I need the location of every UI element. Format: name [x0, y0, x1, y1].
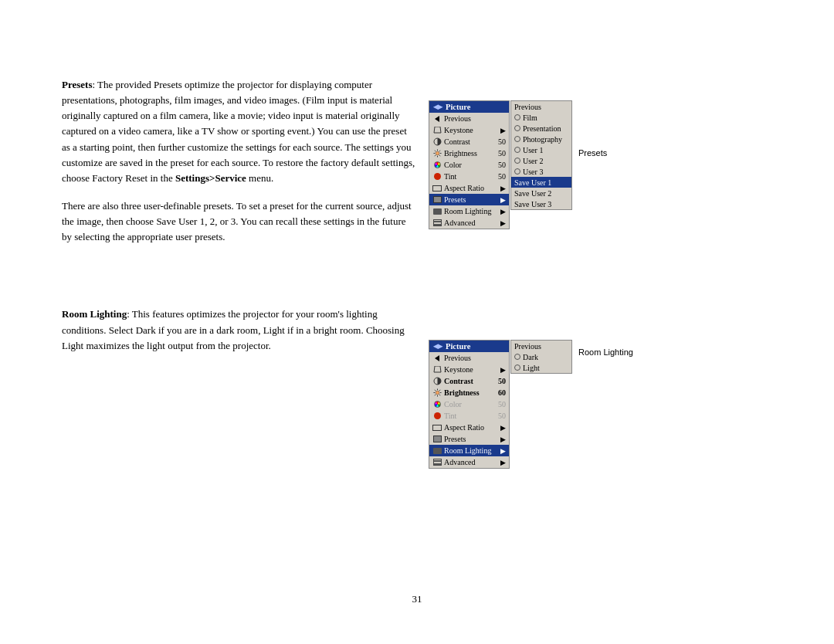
submenu2-dark: Dark	[511, 351, 571, 362]
picture-menu-1: ◀▶ Picture Previous Keystone ▶	[429, 100, 510, 229]
room-lighting-screenshot: ◀▶ Picture Previous Keystone ▶	[429, 340, 633, 469]
room-lighting-label: Room Lighting	[578, 346, 633, 357]
menu-title-bar-1: ◀▶ Picture	[429, 101, 509, 113]
submenu2-previous: Previous	[511, 341, 571, 351]
svg-line-20	[439, 390, 440, 391]
svg-point-13	[436, 391, 439, 395]
menu2-row-keystone: Keystone ▶	[429, 364, 509, 375]
submenu-user3: User 3	[511, 166, 571, 177]
svg-marker-11	[434, 366, 441, 372]
brightness-icon	[432, 149, 442, 158]
roomlighting-icon	[432, 207, 442, 216]
menu2-row-presets: Presets ▶	[429, 433, 509, 445]
brightness-icon-2	[432, 388, 442, 398]
contrast-icon	[432, 137, 442, 147]
svg-line-19	[439, 395, 440, 395]
arrow-left-icon-2	[432, 354, 442, 363]
menu1-row-contrast: Contrast 50	[429, 136, 509, 147]
menu1-title: Picture	[446, 103, 470, 111]
presets-paragraph: Presets: The provided Presets optimize t…	[62, 77, 417, 186]
menu1-row-tint: Tint 50	[429, 171, 509, 182]
submenu-save-user1: Save User 1	[511, 177, 571, 188]
menu2-row-room-lighting: Room Lighting ▶	[429, 445, 509, 456]
svg-point-2	[436, 151, 439, 155]
radio-presentation	[514, 125, 520, 131]
title-dots-2: ◀▶	[433, 343, 442, 350]
menu2-row-brightness: Brightness 60	[429, 387, 509, 398]
submenu-user2: User 2	[511, 155, 571, 166]
picture-menu-2: ◀▶ Picture Previous Keystone ▶	[429, 340, 510, 469]
color-icon	[432, 161, 442, 170]
radio-light	[514, 364, 520, 371]
svg-line-8	[439, 155, 440, 156]
aspect-ratio-icon	[432, 184, 442, 193]
roomlighting-icon-2	[432, 446, 442, 456]
svg-line-10	[434, 155, 435, 156]
radio-user1	[514, 147, 520, 153]
menu2-row-previous: Previous	[429, 352, 509, 364]
submenu-previous: Previous	[511, 101, 571, 112]
menu2-row-color: Color 50	[429, 398, 509, 410]
settings-service-link: Settings>Service	[175, 172, 246, 184]
advanced-icon	[432, 219, 442, 228]
presets-title: Presets	[62, 79, 92, 90]
menu1-row-advanced: Advanced ▶	[429, 217, 509, 229]
radio-photography	[514, 136, 520, 142]
menu-title-bar-2: ◀▶ Picture	[429, 341, 509, 352]
menu2-row-contrast: Contrast 50	[429, 375, 509, 387]
submenu2-light: Light	[511, 362, 571, 373]
submenu-presentation: Presentation	[511, 123, 571, 134]
radio-user2	[514, 158, 520, 164]
room-lighting-paragraph: Room Lighting: This features optimizes t…	[62, 307, 417, 353]
submenu-film: Film	[511, 112, 571, 123]
room-lighting-submenu: Previous Dark Light	[510, 340, 572, 374]
presets-icon-2	[432, 435, 442, 444]
submenu-photography: Photography	[511, 134, 571, 144]
svg-line-21	[434, 395, 435, 395]
menu1-row-presets: Presets ▶	[429, 194, 509, 205]
menu2-title: Picture	[446, 342, 470, 351]
submenu-save-user3: Save User 3	[511, 198, 571, 209]
svg-line-7	[434, 151, 435, 151]
arrow-left-icon	[432, 114, 442, 124]
menu2-row-tint: Tint 50	[429, 410, 509, 422]
presets-screenshot: ◀▶ Picture Previous Keystone ▶	[429, 100, 607, 229]
menu1-row-color: Color 50	[429, 159, 509, 171]
svg-marker-0	[434, 127, 441, 133]
presets-label: Presets	[578, 147, 607, 158]
user-defined-paragraph: There are also three user-definable pres…	[62, 198, 417, 245]
room-lighting-title: Room Lighting	[62, 308, 127, 320]
presets-submenu: Previous Film Presentation Photography U…	[510, 100, 572, 210]
color-icon-2	[432, 400, 442, 409]
keystone-icon	[432, 126, 442, 135]
menu2-row-aspect-ratio: Aspect Ratio ▶	[429, 422, 509, 433]
tint-icon	[432, 172, 442, 181]
aspect-ratio-icon-2	[432, 423, 442, 432]
radio-user3	[514, 168, 520, 175]
menu1-row-aspect-ratio: Aspect Ratio ▶	[429, 182, 509, 194]
menu1-row-previous: Previous	[429, 113, 509, 124]
menu1-row-brightness: Brightness 50	[429, 147, 509, 159]
page-number: 31	[412, 593, 422, 605]
radio-dark	[514, 354, 520, 360]
tint-icon-2	[432, 412, 442, 421]
submenu-user1: User 1	[511, 144, 571, 155]
menu1-row-room-lighting: Room Lighting ▶	[429, 205, 509, 217]
submenu-save-user2: Save User 2	[511, 188, 571, 198]
menu2-row-advanced: Advanced ▶	[429, 456, 509, 468]
radio-film	[514, 114, 520, 120]
title-dots: ◀▶	[433, 103, 442, 110]
menu1-row-keystone: Keystone ▶	[429, 124, 509, 136]
advanced-icon-2	[432, 458, 442, 467]
keystone-icon-2	[432, 365, 442, 375]
contrast-icon-2	[432, 377, 442, 386]
page-content: Presets: The provided Presets optimize t…	[62, 77, 417, 366]
svg-line-18	[434, 390, 435, 391]
presets-icon	[432, 195, 442, 205]
svg-line-9	[439, 151, 440, 151]
